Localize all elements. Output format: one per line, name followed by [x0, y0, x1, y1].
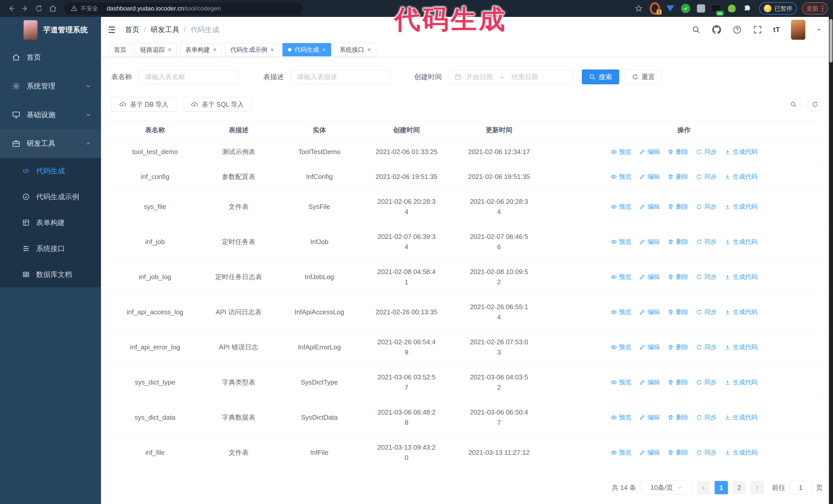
- action-sync[interactable]: 同步: [696, 272, 717, 282]
- action-preview[interactable]: 预览: [611, 447, 631, 458]
- import-sql-button[interactable]: 基于 SQL 导入: [183, 97, 252, 112]
- sidebar-subitem-代码生成[interactable]: 代码生成: [0, 158, 101, 184]
- action-edit[interactable]: 编辑: [639, 272, 660, 282]
- action-sync[interactable]: 同步: [696, 342, 717, 352]
- collapse-sidebar-icon[interactable]: [107, 25, 116, 34]
- fullscreen-icon[interactable]: [753, 25, 763, 34]
- action-sync[interactable]: 同步: [696, 412, 717, 423]
- extension-switch-icon[interactable]: on: [711, 3, 721, 14]
- close-icon[interactable]: ×: [322, 47, 326, 53]
- tab-链路追踪[interactable]: 链路追踪 ×: [135, 43, 177, 56]
- action-edit[interactable]: 编辑: [639, 342, 660, 352]
- action-edit[interactable]: 编辑: [639, 237, 660, 247]
- bookmark-star-icon[interactable]: [635, 4, 643, 13]
- browser-menu-icon[interactable]: [822, 6, 823, 11]
- browser-reload-icon[interactable]: [33, 2, 45, 15]
- action-preview[interactable]: 预览: [611, 171, 631, 182]
- action-sync[interactable]: 同步: [696, 201, 717, 212]
- action-sync[interactable]: 同步: [696, 377, 717, 387]
- action-delete[interactable]: 删除: [667, 237, 688, 247]
- action-sync[interactable]: 同步: [696, 447, 717, 458]
- action-delete[interactable]: 删除: [667, 342, 688, 352]
- breadcrumb-tools[interactable]: 研发工具: [151, 25, 180, 34]
- sidebar-subitem-数据库文档[interactable]: 数据库文档: [0, 262, 101, 287]
- sidebar-item-研发工具[interactable]: 研发工具: [0, 129, 101, 158]
- page-button-2[interactable]: 2: [733, 481, 746, 494]
- page-button-1[interactable]: 1: [715, 481, 728, 494]
- tab-代码生成[interactable]: 代码生成 ×: [282, 43, 331, 56]
- action-edit[interactable]: 编辑: [639, 447, 660, 458]
- action-generate-code[interactable]: 生成代码: [724, 377, 757, 387]
- close-icon[interactable]: ×: [168, 47, 171, 53]
- sidebar-item-基础设施[interactable]: 基础设施: [0, 100, 101, 129]
- help-icon[interactable]: [732, 25, 742, 34]
- browser-back-icon[interactable]: [5, 2, 18, 15]
- tab-代码生成示例[interactable]: 代码生成示例 ×: [225, 43, 279, 56]
- action-generate-code[interactable]: 生成代码: [724, 171, 757, 182]
- browser-home-icon[interactable]: [47, 2, 59, 15]
- reset-button[interactable]: 重置: [625, 70, 662, 85]
- action-delete[interactable]: 删除: [667, 272, 688, 282]
- scrollbar-thumb[interactable]: [829, 19, 832, 63]
- app-logo[interactable]: 芋道管理系统: [0, 17, 101, 43]
- search-icon[interactable]: [691, 25, 701, 34]
- action-sync[interactable]: 同步: [696, 307, 717, 317]
- action-generate-code[interactable]: 生成代码: [724, 237, 757, 247]
- tab-系统接口[interactable]: 系统接口 ×: [334, 43, 376, 56]
- action-generate-code[interactable]: 生成代码: [724, 307, 757, 317]
- toggle-search-button[interactable]: [786, 97, 801, 112]
- page-size-select[interactable]: 10条/页: [641, 480, 692, 495]
- tab-首页[interactable]: 首页 ×: [109, 43, 132, 56]
- action-delete[interactable]: 删除: [667, 147, 688, 157]
- action-preview[interactable]: 预览: [611, 377, 631, 387]
- extension-sessionbuddy-icon[interactable]: 1: [650, 3, 660, 14]
- goto-page-input[interactable]: [789, 481, 812, 495]
- close-icon[interactable]: ×: [270, 47, 274, 53]
- action-generate-code[interactable]: 生成代码: [724, 342, 757, 352]
- github-icon[interactable]: [712, 25, 721, 34]
- browser-update-button[interactable]: 更新: [802, 2, 828, 15]
- action-generate-code[interactable]: 生成代码: [724, 447, 757, 458]
- extensions-puzzle-icon[interactable]: [742, 3, 752, 14]
- action-edit[interactable]: 编辑: [639, 307, 660, 317]
- action-preview[interactable]: 预览: [611, 272, 631, 282]
- tab-表单构建[interactable]: 表单构建 ×: [180, 43, 222, 56]
- sidebar-item-系统管理[interactable]: 系统管理: [0, 72, 101, 100]
- extension-grid-icon[interactable]: [696, 3, 706, 14]
- action-edit[interactable]: 编辑: [639, 147, 660, 157]
- date-range-picker[interactable]: 开始日期 - 结束日期: [449, 70, 573, 85]
- close-icon[interactable]: ×: [367, 47, 371, 53]
- action-edit[interactable]: 编辑: [639, 412, 660, 423]
- action-sync[interactable]: 同步: [696, 237, 717, 247]
- action-generate-code[interactable]: 生成代码: [724, 272, 757, 282]
- action-delete[interactable]: 删除: [667, 171, 688, 182]
- sidebar-subitem-表单构建[interactable]: 表单构建: [0, 210, 101, 236]
- table-name-input[interactable]: [139, 70, 239, 85]
- action-sync[interactable]: 同步: [696, 171, 717, 182]
- breadcrumb-home[interactable]: 首页: [125, 25, 139, 34]
- action-preview[interactable]: 预览: [611, 147, 631, 157]
- prev-page-button[interactable]: [697, 481, 710, 494]
- next-page-button[interactable]: [751, 481, 764, 494]
- action-delete[interactable]: 删除: [667, 447, 688, 458]
- refresh-table-button[interactable]: [807, 97, 823, 112]
- action-sync[interactable]: 同步: [696, 147, 717, 157]
- action-edit[interactable]: 编辑: [639, 377, 660, 387]
- action-preview[interactable]: 预览: [611, 237, 631, 247]
- action-generate-code[interactable]: 生成代码: [724, 201, 757, 212]
- font-size-icon[interactable]: tT: [773, 26, 780, 34]
- sidebar-subitem-系统接口[interactable]: 系统接口: [0, 236, 101, 262]
- sidebar-subitem-代码生成示例[interactable]: 代码生成示例: [0, 184, 101, 210]
- action-delete[interactable]: 删除: [667, 377, 688, 387]
- security-warning[interactable]: 不安全: [71, 5, 98, 13]
- action-preview[interactable]: 预览: [611, 412, 631, 423]
- action-delete[interactable]: 删除: [667, 307, 688, 317]
- search-button[interactable]: 搜索: [582, 70, 619, 85]
- sidebar-item-首页[interactable]: 首页: [0, 43, 101, 72]
- extension-gem-icon[interactable]: [665, 3, 675, 14]
- action-edit[interactable]: 编辑: [639, 201, 660, 212]
- action-delete[interactable]: 删除: [667, 412, 688, 423]
- action-generate-code[interactable]: 生成代码: [724, 147, 757, 157]
- action-preview[interactable]: 预览: [611, 342, 631, 352]
- action-preview[interactable]: 预览: [611, 201, 631, 212]
